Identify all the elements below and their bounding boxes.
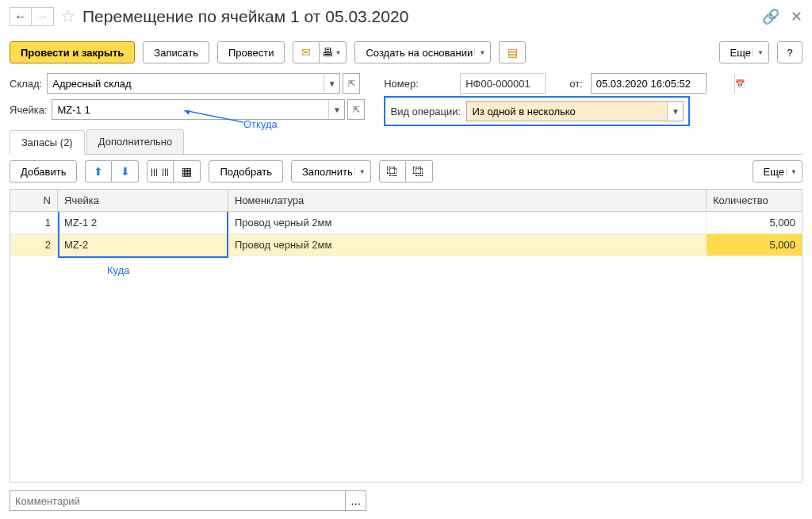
number-input-wrap	[460, 73, 546, 94]
form-row-2: Ячейка: ▼ ⇱ Откуда Вид операции: ▼	[10, 99, 802, 123]
cell-qty[interactable]: 5,000	[707, 234, 802, 256]
calendar-icon[interactable]: 📅	[734, 74, 745, 93]
comment-field[interactable]: …	[10, 490, 366, 511]
col-header-qty[interactable]: Количество	[707, 190, 802, 211]
cell-input[interactable]	[52, 100, 328, 119]
nav-forward-button[interactable]: →	[32, 7, 54, 26]
arrow-up-icon: ⬆	[94, 165, 103, 178]
grid-toolbar: Добавить ⬆ ⬇ ⫼⫼ ▦ Подобрать Заполнить ⿻ …	[10, 160, 802, 183]
optype-dropdown-icon[interactable]: ▼	[667, 102, 683, 121]
tabs: Запасы (2) Дополнительно	[10, 129, 802, 155]
cell-cell: MZ-1 2	[58, 212, 228, 233]
scan-icon: ▦	[182, 165, 192, 178]
add-row-button[interactable]: Добавить	[10, 160, 77, 183]
grid-header: N Ячейка Номенклатура Количество	[10, 190, 802, 212]
cell-nom: Провод черный 2мм	[228, 234, 707, 256]
tab-stock[interactable]: Запасы (2)	[10, 130, 85, 155]
report-button[interactable]: ▤	[499, 41, 526, 63]
save-button[interactable]: Записать	[143, 41, 209, 63]
form-row-1: Склад: ▼ ⇱ Номер: от: 📅	[10, 73, 802, 94]
page-title: Перемещение по ячейкам 1 от 05.03.2020	[82, 7, 751, 26]
move-down-button[interactable]: ⬇	[112, 160, 139, 183]
cell-label: Ячейка:	[10, 104, 47, 116]
grid-more-button[interactable]: Еще	[753, 160, 802, 183]
main-toolbar: Провести и закрыть Записать Провести ✉ 🖶…	[10, 41, 802, 63]
operation-type-highlight: Вид операции: ▼	[384, 96, 690, 126]
note-to-label: Куда	[107, 264, 129, 276]
comment-input[interactable]	[10, 490, 346, 511]
col-header-n[interactable]: N	[10, 190, 58, 211]
date-input-wrap[interactable]: 📅	[591, 73, 707, 94]
more-button[interactable]: Еще	[719, 41, 769, 63]
footer: … Основание: выбрать	[10, 490, 802, 519]
window-header: ← → ☆ Перемещение по ячейкам 1 от 05.03.…	[10, 6, 802, 27]
tab-extra[interactable]: Дополнительно	[86, 129, 185, 154]
copy-icon: ⿻	[387, 165, 398, 178]
warehouse-input-wrap[interactable]: ▼	[47, 73, 340, 94]
grid-body: 1 MZ-1 2 Провод черный 2мм 5,000 2 MZ-2 …	[10, 212, 802, 482]
print-button[interactable]: 🖶	[320, 41, 347, 63]
printer-icon: 🖶	[322, 46, 333, 59]
col-header-cell[interactable]: Ячейка	[58, 190, 228, 211]
cell-dropdown-icon[interactable]: ▼	[328, 100, 344, 119]
warehouse-dropdown-icon[interactable]: ▼	[324, 74, 339, 93]
scan-button[interactable]: ▦	[174, 160, 201, 183]
arrow-down-icon: ⬇	[121, 165, 130, 178]
cell-open-button[interactable]: ⇱	[347, 99, 365, 120]
move-row-group: ⬆ ⬇	[85, 160, 139, 183]
table-row[interactable]: 2 MZ-2 Провод черный 2мм 5,000	[10, 234, 802, 256]
cell-input-wrap[interactable]: ▼	[52, 99, 345, 120]
barcode-button[interactable]: ⫼⫼	[147, 160, 174, 183]
help-button[interactable]: ?	[777, 41, 802, 63]
mail-icon: ✉	[301, 46, 311, 59]
date-input[interactable]	[592, 74, 734, 93]
warehouse-input[interactable]	[48, 74, 324, 93]
number-label: Номер:	[384, 78, 455, 90]
report-icon: ▤	[508, 46, 518, 59]
data-grid: N Ячейка Номенклатура Количество 1 MZ-1 …	[10, 189, 802, 482]
copy-rows-button[interactable]: ⿻	[379, 160, 406, 183]
barcode-icon: ⫼⫼	[149, 165, 171, 178]
link-icon[interactable]: 🔗	[762, 8, 779, 25]
cell-n: 1	[10, 212, 58, 233]
cell-n: 2	[10, 234, 58, 256]
move-up-button[interactable]: ⬆	[85, 160, 112, 183]
favorite-star-icon[interactable]: ☆	[60, 6, 76, 27]
optype-label: Вид операции:	[390, 106, 462, 117]
optype-input[interactable]	[467, 102, 667, 121]
warehouse-label: Склад:	[10, 78, 42, 90]
date-label: от:	[569, 78, 583, 90]
warehouse-open-button[interactable]: ⇱	[343, 73, 360, 94]
table-row[interactable]: 1 MZ-1 2 Провод черный 2мм 5,000	[10, 212, 802, 234]
clipboard-group: ⿻ ⿻	[379, 160, 433, 183]
fill-button[interactable]: Заполнить	[291, 160, 371, 183]
pick-button[interactable]: Подобрать	[209, 160, 282, 183]
cell-qty: 5,000	[707, 212, 802, 233]
comment-expand-button[interactable]: …	[346, 490, 366, 511]
post-button[interactable]: Провести	[217, 41, 285, 63]
cell-nom: Провод черный 2мм	[228, 212, 707, 233]
nav-back-button[interactable]: ←	[10, 7, 32, 26]
col-header-nom[interactable]: Номенклатура	[228, 190, 707, 211]
barcode-group: ⫼⫼ ▦	[147, 160, 201, 183]
cell-cell: MZ-2	[58, 234, 228, 256]
mail-button[interactable]: ✉	[293, 41, 320, 63]
paste-rows-button[interactable]: ⿻	[406, 160, 433, 183]
note-from-label: Откуда	[243, 118, 278, 130]
optype-input-wrap[interactable]: ▼	[466, 101, 684, 121]
create-based-on-button[interactable]: Создать на основании	[354, 41, 491, 63]
mail-print-group: ✉ 🖶	[293, 41, 347, 63]
post-and-close-button[interactable]: Провести и закрыть	[10, 41, 135, 63]
close-icon[interactable]: ✕	[791, 8, 802, 25]
paste-icon: ⿻	[413, 165, 424, 178]
